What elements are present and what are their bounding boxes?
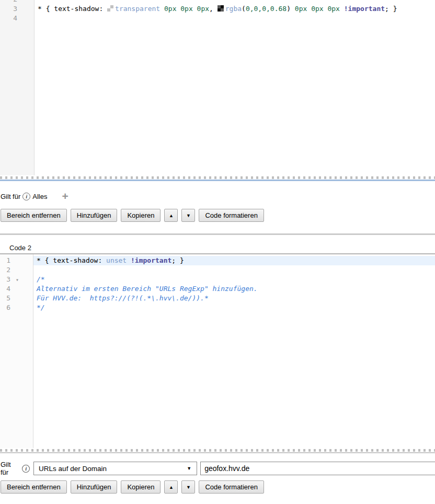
code-line[interactable]: */ xyxy=(33,303,435,312)
format-code-button[interactable]: Code formatieren xyxy=(199,480,264,494)
code-line[interactable]: * { text-shadow: unset !important; } xyxy=(33,256,435,265)
copy-section-button[interactable]: Kopieren xyxy=(121,480,161,494)
add-applies-icon[interactable]: + xyxy=(62,192,68,201)
info-icon: i xyxy=(22,465,30,473)
code-line[interactable] xyxy=(33,265,435,275)
line-number: 1 xyxy=(0,256,33,265)
move-up-button[interactable]: ▲ xyxy=(164,209,178,222)
section-divider xyxy=(0,233,435,235)
section-title: Code 2 xyxy=(9,244,31,252)
code-line[interactable]: Für HVV.de: https?://(?!(.*\.hvv\.de/)).… xyxy=(33,294,435,303)
move-down-button[interactable]: ▼ xyxy=(181,480,195,494)
chevron-down-icon: ▼ xyxy=(187,466,191,471)
code-editor-2[interactable]: 123▾456 * { text-shadow: unset !importan… xyxy=(0,253,435,453)
code-lines[interactable]: * { text-shadow: unset !important; }/*Al… xyxy=(33,256,435,312)
line-number: 3 xyxy=(0,4,34,14)
line-number: 2 xyxy=(0,0,34,4)
applies-to-row-1: Gilt für i Alles + xyxy=(1,191,68,202)
line-numbers: 234 xyxy=(0,0,34,23)
code-lines[interactable]: * { text-shadow: transparent 0px 0px 0px… xyxy=(34,0,435,23)
applies-to-label: Gilt für xyxy=(1,193,20,200)
applies-to-row-2: Gilt für i URLs auf der Domain ▼ xyxy=(1,462,435,475)
add-section-button[interactable]: Hinzufügen xyxy=(71,209,118,222)
code-line[interactable]: * { text-shadow: transparent 0px 0px 0px… xyxy=(34,4,435,14)
remove-section-button[interactable]: Bereich entfernen xyxy=(1,209,67,222)
remove-section-button[interactable]: Bereich entfernen xyxy=(1,480,67,494)
move-down-button[interactable]: ▼ xyxy=(181,209,195,222)
line-number: 3▾ xyxy=(0,275,33,284)
code-line[interactable]: /* xyxy=(33,275,435,284)
move-up-button[interactable]: ▲ xyxy=(164,480,178,494)
line-number: 2 xyxy=(0,265,33,275)
line-number-gutter xyxy=(0,0,35,175)
color-swatch-icon xyxy=(218,5,224,12)
applies-to-value-input[interactable] xyxy=(200,462,435,475)
applies-to-type-value: URLs auf der Domain xyxy=(39,465,107,473)
line-numbers: 123▾456 xyxy=(0,256,33,312)
color-swatch-icon xyxy=(107,5,113,12)
code-editor-1[interactable]: 234 * { text-shadow: transparent 0px 0px… xyxy=(0,0,435,181)
section-2-toolbar: Bereich entfernen Hinzufügen Kopieren ▲ … xyxy=(1,480,264,494)
editor-resize-grip-icon[interactable] xyxy=(0,176,435,179)
editor-resize-grip-icon[interactable] xyxy=(0,449,435,452)
copy-section-button[interactable]: Kopieren xyxy=(121,209,161,222)
line-number: 6 xyxy=(0,303,33,312)
info-icon: i xyxy=(22,193,30,200)
applies-to-value: Alles xyxy=(32,193,47,200)
section-1-toolbar: Bereich entfernen Hinzufügen Kopieren ▲ … xyxy=(1,209,264,222)
code-line[interactable] xyxy=(34,0,435,4)
code-line[interactable] xyxy=(34,14,435,23)
add-section-button[interactable]: Hinzufügen xyxy=(71,480,118,494)
fold-arrow-icon[interactable]: ▾ xyxy=(16,275,19,285)
line-number: 4 xyxy=(0,14,34,23)
applies-to-label: Gilt für xyxy=(1,461,20,476)
line-number: 4 xyxy=(0,284,33,294)
code-line[interactable]: Alternativ im ersten Bereich "URLs RegEx… xyxy=(33,284,435,294)
format-code-button[interactable]: Code formatieren xyxy=(199,209,264,222)
applies-to-type-select[interactable]: URLs auf der Domain ▼ xyxy=(33,462,197,475)
line-number: 5 xyxy=(0,294,33,303)
